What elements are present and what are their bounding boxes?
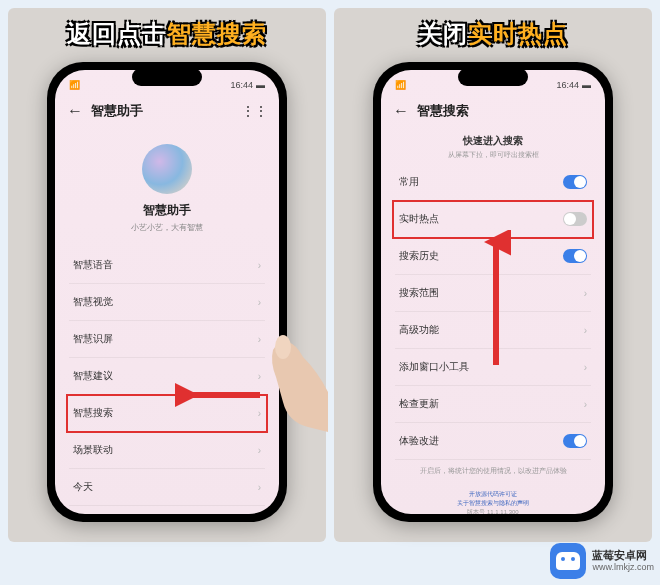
- signal-icon: 📶: [395, 80, 406, 90]
- chevron-right-icon: ›: [258, 260, 261, 271]
- screen: 📶 16:44 ▬ ← 智慧搜索 快速进入搜索 从屏幕下拉，即可呼出搜索框 常用: [381, 70, 605, 514]
- status-time: 16:44: [556, 80, 579, 90]
- panel-header: 关闭实时热点: [418, 18, 568, 50]
- toggle-switch[interactable]: [563, 434, 587, 448]
- title-bar: ← 智慧搜索: [381, 96, 605, 126]
- chevron-right-icon: ›: [258, 482, 261, 493]
- list-item[interactable]: 智慧视觉›: [69, 284, 265, 321]
- battery-icon: ▬: [582, 80, 591, 90]
- list-item-frequent[interactable]: 常用: [395, 164, 591, 201]
- screen: 📶 16:44 ▬ ← 智慧助手 ⋮⋮ 智慧助手 小艺小艺，大有智慧: [55, 70, 279, 514]
- chevron-right-icon: ›: [584, 325, 587, 336]
- list-item[interactable]: 添加窗口小工具›: [395, 349, 591, 386]
- watermark-name: 蓝莓安卓网: [592, 549, 654, 562]
- settings-list: 智慧语音› 智慧视觉› 智慧识屏› 智慧建议› 智慧搜索› 场景联动› 今天›: [55, 247, 279, 506]
- footer-links: 开放源代码许可证 关于智慧搜索与隐私的声明 版本号 11.1.11.300 智慧…: [381, 482, 605, 514]
- watermark-logo-icon: [550, 543, 586, 579]
- list-item-search-history[interactable]: 搜索历史: [395, 238, 591, 275]
- footer-version: 版本号 11.1.11.300: [401, 508, 585, 514]
- hero-title: 智慧助手: [143, 202, 191, 219]
- tutorial-panel-right: 关闭实时热点 📶 16:44 ▬ ← 智慧搜索 快速进入搜索 从屏幕: [334, 8, 652, 542]
- page-title: 智慧搜索: [417, 102, 593, 120]
- list-item-experience[interactable]: 体验改进: [395, 423, 591, 460]
- sub-title: 快速进入搜索: [401, 134, 585, 148]
- panel-header: 返回点击智慧搜索: [67, 18, 267, 50]
- page-title: 智慧助手: [91, 102, 233, 120]
- list-item[interactable]: 智慧语音›: [69, 247, 265, 284]
- sub-desc: 从屏幕下拉，即可呼出搜索框: [401, 150, 585, 160]
- list-item[interactable]: 智慧建议›: [69, 358, 265, 395]
- signal-icon: 📶: [69, 80, 80, 90]
- watermark-url: www.lmkjz.com: [592, 562, 654, 573]
- chevron-right-icon: ›: [584, 362, 587, 373]
- footer-link[interactable]: 开放源代码许可证: [401, 490, 585, 499]
- list-item[interactable]: 场景联动›: [69, 432, 265, 469]
- settings-list: 常用 实时热点 搜索历史 搜索范围› 高级功能› 添加窗口小工具› 检查更新› …: [381, 164, 605, 460]
- list-item[interactable]: 智慧识屏›: [69, 321, 265, 358]
- back-icon[interactable]: ←: [67, 102, 83, 120]
- footer-link[interactable]: 关于智慧搜索与隐私的声明: [401, 499, 585, 508]
- list-item[interactable]: 检查更新›: [395, 386, 591, 423]
- status-time: 16:44: [230, 80, 253, 90]
- notch: [132, 68, 202, 86]
- back-icon[interactable]: ←: [393, 102, 409, 120]
- list-item[interactable]: 今天›: [69, 469, 265, 506]
- phone-frame: 📶 16:44 ▬ ← 智慧助手 ⋮⋮ 智慧助手 小艺小艺，大有智慧: [47, 62, 287, 522]
- tutorial-panel-left: 返回点击智慧搜索 📶 16:44 ▬ ← 智慧助手 ⋮⋮: [8, 8, 326, 542]
- chevron-right-icon: ›: [584, 399, 587, 410]
- assistant-icon: [142, 144, 192, 194]
- title-bar: ← 智慧助手 ⋮⋮: [55, 96, 279, 126]
- experience-hint: 开启后，将统计您的使用情况，以改进产品体验: [381, 460, 605, 482]
- list-item-realtime-hotspot[interactable]: 实时热点: [393, 201, 593, 238]
- toggle-switch[interactable]: [563, 249, 587, 263]
- battery-icon: ▬: [256, 80, 265, 90]
- notch: [458, 68, 528, 86]
- hero-subtitle: 小艺小艺，大有智慧: [131, 222, 203, 233]
- svg-point-1: [275, 335, 291, 359]
- watermark: 蓝莓安卓网 www.lmkjz.com: [550, 543, 654, 579]
- phone-frame: 📶 16:44 ▬ ← 智慧搜索 快速进入搜索 从屏幕下拉，即可呼出搜索框 常用: [373, 62, 613, 522]
- hero-section: 智慧助手 小艺小艺，大有智慧: [55, 126, 279, 247]
- sub-header: 快速进入搜索 从屏幕下拉，即可呼出搜索框: [381, 126, 605, 164]
- chevron-right-icon: ›: [258, 297, 261, 308]
- chevron-right-icon: ›: [584, 288, 587, 299]
- more-icon[interactable]: ⋮⋮: [241, 103, 267, 119]
- list-item[interactable]: 高级功能›: [395, 312, 591, 349]
- chevron-right-icon: ›: [258, 445, 261, 456]
- toggle-switch[interactable]: [563, 175, 587, 189]
- finger-pointer-icon: [248, 332, 328, 432]
- list-item-smart-search[interactable]: 智慧搜索›: [67, 395, 267, 432]
- list-item[interactable]: 搜索范围›: [395, 275, 591, 312]
- toggle-switch[interactable]: [563, 212, 587, 226]
